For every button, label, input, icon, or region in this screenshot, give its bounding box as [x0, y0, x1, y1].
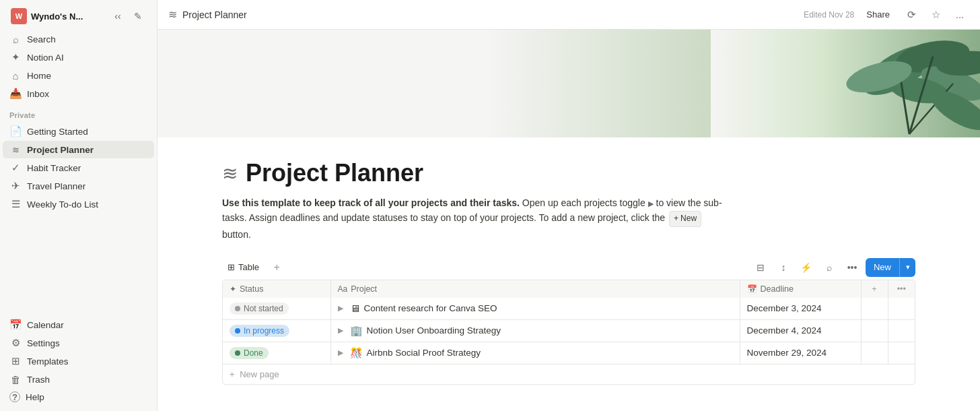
getting-started-icon: 📄 [9, 125, 22, 137]
new-page-row[interactable]: + New page [223, 364, 915, 384]
page-content-area: ≋ Project Planner Use this template to k… [158, 137, 980, 411]
deadline-col-label: Deadline [761, 284, 794, 294]
sidebar-label-trash: Trash [27, 375, 50, 385]
new-page-plus-icon: + [230, 369, 235, 379]
new-entry-button-group: New ▾ [866, 258, 915, 277]
share-button[interactable]: Share [860, 7, 897, 22]
sidebar-label-getting-started: Getting Started [27, 127, 88, 137]
new-page-label: New page [240, 369, 279, 379]
sidebar-top: W Wyndo's N... ‹‹ ✎ [0, 0, 157, 30]
page-title: Project Planner [246, 159, 423, 187]
project-name-2: Notion User Onboarding Strategy [367, 325, 501, 336]
weekly-todo-icon: ☰ [9, 198, 22, 210]
empty-cell-3b [888, 342, 915, 364]
table-row[interactable]: Not started ▶ 🖥 Content research for Can… [223, 298, 915, 320]
project-emoji-3: 🎊 [350, 347, 363, 359]
sidebar-label-search: Search [27, 34, 56, 44]
workspace-avatar: W [11, 8, 27, 24]
project-emoji-1: 🖥 [350, 303, 360, 314]
topbar: ≋ Project Planner Edited Nov 28 Share ⟳ … [158, 0, 980, 30]
sidebar-item-trash[interactable]: 🗑 Trash [3, 371, 154, 388]
sidebar-item-notion-ai[interactable]: ✦ Notion AI [3, 49, 154, 66]
sidebar-item-search[interactable]: ⌕ Search [3, 30, 154, 48]
topbar-title-area: ≋ Project Planner [168, 8, 798, 21]
new-entry-dropdown-button[interactable]: ▾ [899, 258, 915, 277]
sidebar-item-project-planner[interactable]: ≋ Project Planner [3, 141, 154, 158]
status-col-label: Status [240, 284, 263, 294]
deadline-column-header: 📅 Deadline [740, 280, 861, 298]
new-page-cell[interactable]: + New page [223, 364, 915, 384]
new-page-button[interactable]: ✎ [130, 8, 146, 24]
status-label: In progress [244, 326, 284, 336]
filter-button[interactable]: ⊟ [751, 258, 770, 277]
sidebar-bottom-nav: 📅 Calendar ⚙ Settings ⊞ Templates 🗑 Tras… [0, 315, 157, 411]
table-row[interactable]: In progress ▶ 🏢 Notion User Onboarding S… [223, 319, 915, 342]
history-icon: ⟳ [907, 9, 916, 21]
page-header: ≋ Project Planner [222, 159, 915, 187]
status-badge-not-started: Not started [230, 303, 289, 315]
row-toggle-2[interactable]: ▶ [338, 326, 343, 335]
star-icon: ☆ [932, 9, 940, 21]
search-icon: ⌕ [9, 33, 22, 45]
status-dot [235, 328, 240, 334]
add-column-button[interactable]: + [861, 280, 888, 298]
hero-image [158, 30, 980, 137]
sidebar-item-calendar[interactable]: 📅 Calendar [3, 316, 154, 334]
more-options-button[interactable]: ... [950, 5, 969, 24]
project-col-label: Project [351, 284, 377, 294]
desc-end-text: button. [222, 229, 251, 240]
sidebar-item-help[interactable]: ? Help [3, 389, 154, 405]
sidebar-item-travel-planner[interactable]: ✈ Travel Planner [3, 177, 154, 195]
table-search-button[interactable]: ⌕ [820, 258, 839, 277]
new-button-badge: + New [669, 211, 701, 226]
sidebar-item-getting-started[interactable]: 📄 Getting Started [3, 123, 154, 140]
sidebar-label-project-planner: Project Planner [27, 145, 94, 155]
workspace-row[interactable]: W Wyndo's N... ‹‹ ✎ [5, 5, 151, 27]
sidebar-label-inbox: Inbox [27, 89, 49, 99]
empty-cell-1b [888, 298, 915, 320]
sidebar-item-settings[interactable]: ⚙ Settings [3, 334, 154, 352]
table-search-icon: ⌕ [827, 262, 832, 273]
add-view-button[interactable]: + [269, 259, 285, 276]
main-content: ≋ Project Planner Edited Nov 28 Share ⟳ … [158, 0, 980, 411]
status-dot [235, 350, 240, 356]
collapse-sidebar-button[interactable]: ‹‹ [110, 8, 126, 24]
new-entry-button[interactable]: New [866, 259, 899, 276]
project-cell-3: ▶ 🎊 Airbnb Social Proof Strategy [330, 342, 740, 364]
settings-icon: ⚙ [9, 337, 22, 349]
topbar-actions: Edited Nov 28 Share ⟳ ☆ ... [804, 5, 969, 24]
sidebar-top-nav: ⌕ Search ✦ Notion AI ⌂ Home 📥 Inbox [0, 30, 157, 103]
sort-button[interactable]: ↕ [774, 258, 793, 277]
more-columns-button[interactable]: ••• [888, 280, 915, 298]
project-cell-2: ▶ 🏢 Notion User Onboarding Strategy [330, 319, 740, 342]
table-header-row: ✦ Status Aa Project 📅 [223, 280, 915, 298]
row-toggle-1[interactable]: ▶ [338, 304, 343, 313]
desc-normal-text: Open up each projects toggle [522, 197, 648, 208]
empty-cell-2b [888, 319, 915, 342]
empty-cell-2a [861, 319, 888, 342]
sidebar-item-weekly-todo[interactable]: ☰ Weekly To-do List [3, 195, 154, 213]
row-toggle-3[interactable]: ▶ [338, 348, 343, 357]
deadline-cell-1: December 3, 2024 [740, 298, 861, 320]
table-more-button[interactable]: ••• [843, 258, 862, 277]
inbox-icon: 📥 [9, 88, 22, 100]
automation-icon: ⚡ [800, 262, 812, 273]
project-col-icon: Aa [338, 284, 348, 294]
history-button[interactable]: ⟳ [902, 5, 921, 24]
table-view-button[interactable]: ⊞ Table [222, 259, 265, 275]
sort-icon: ↕ [781, 262, 785, 273]
notion-ai-icon: ✦ [9, 51, 22, 63]
sidebar-item-home[interactable]: ⌂ Home [3, 67, 154, 84]
project-name-1: Content research for Canva SEO [364, 303, 497, 313]
table-view-icon: ⊞ [228, 262, 235, 272]
table-view-label: Table [238, 262, 259, 272]
table-row[interactable]: Done ▶ 🎊 Airbnb Social Proof Strategy No… [223, 342, 915, 364]
sidebar-item-habit-tracker[interactable]: ✓ Habit Tracker [3, 159, 154, 177]
page-description: Use this template to keep track of all y… [222, 195, 734, 242]
favorite-button[interactable]: ☆ [926, 5, 945, 24]
automation-button[interactable]: ⚡ [797, 258, 816, 277]
sidebar-item-templates[interactable]: ⊞ Templates [3, 352, 154, 370]
status-cell-2: In progress [223, 319, 330, 342]
desc-arrow-icon: ▶ [648, 199, 654, 208]
sidebar-item-inbox[interactable]: 📥 Inbox [3, 85, 154, 102]
